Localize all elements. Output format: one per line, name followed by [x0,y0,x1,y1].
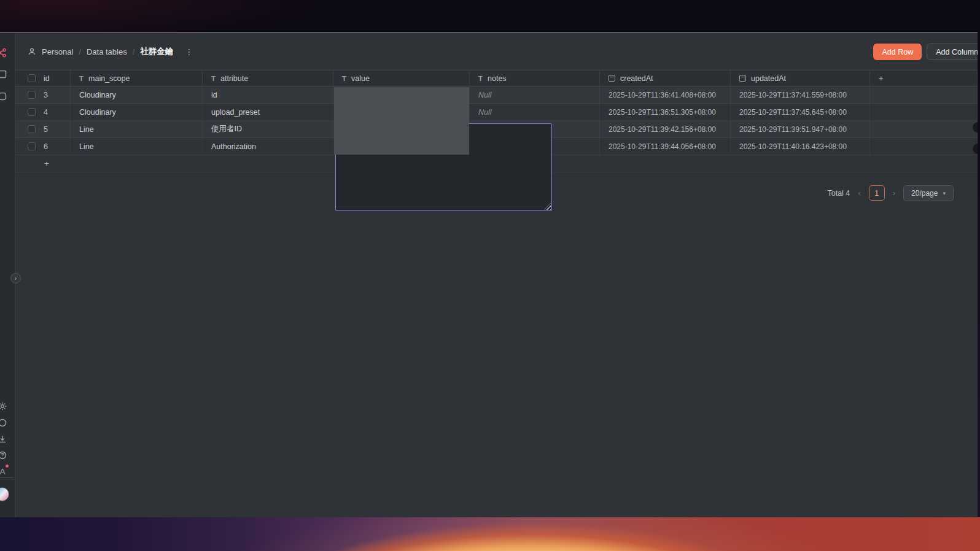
main-content: Personal / Data tables / 社群金鑰 ⋮ Add Row … [15,33,978,517]
current-page-button[interactable]: 1 [869,185,885,201]
redaction-overlay [334,87,469,155]
help-circle-icon[interactable] [0,449,9,462]
notification-dot [6,464,9,468]
table-menu-kebab-icon[interactable]: ⋮ [185,48,193,56]
cell-main-scope[interactable]: Line [71,138,203,155]
cell-attribute[interactable]: Authorization [203,138,333,155]
column-header-createdAt[interactable]: createdAt [600,71,731,86]
table-header: id T main_scope T attribute T value T no… [15,70,978,87]
cell-notes[interactable]: Null [470,87,600,103]
toolbar: Add Row Add Column [873,44,978,60]
pagination-total: Total 4 [827,189,850,198]
calendar-icon [609,75,615,82]
breadcrumb-root[interactable]: Personal [42,47,73,56]
text-type-icon: T [79,75,84,82]
text-type-icon: T [342,75,346,82]
table-row: 3 Cloudinary id Null 2025-10-29T11:36:41… [15,87,978,104]
cell-id[interactable]: 3 [15,87,71,103]
sidebar-divider [0,477,14,478]
column-header-attribute[interactable]: T attribute [203,71,333,86]
notifications-icon[interactable]: A [0,464,9,478]
text-type-icon: T [478,75,483,82]
breadcrumb-separator: / [79,47,81,56]
column-header-notes[interactable]: T notes [470,71,600,86]
cell-updatedAt[interactable]: 2025-10-29T11:37:41.559+08:00 [731,87,870,103]
cell-createdAt[interactable]: 2025-10-29T11:39:44.056+08:00 [600,138,731,155]
cell-id[interactable]: 5 [15,121,71,137]
cell-empty[interactable] [870,104,978,120]
row-checkbox[interactable] [28,108,36,116]
breadcrumb-section[interactable]: Data tables [87,47,127,56]
select-all-checkbox[interactable] [28,74,36,82]
desktop: { "breadcrumb": { "root": "Personal", "s… [0,0,980,551]
app-logo-nodes-icon[interactable] [0,46,9,60]
cell-empty[interactable] [870,87,978,103]
user-avatar[interactable] [0,487,9,501]
cell-createdAt[interactable]: 2025-10-29T11:39:42.156+08:00 [600,121,731,137]
frame-icon[interactable] [0,67,9,81]
cell-createdAt[interactable]: 2025-10-29T11:36:41.408+08:00 [600,87,731,103]
add-column-button[interactable]: Add Column [927,44,978,60]
top-bar: Personal / Data tables / 社群金鑰 ⋮ Add Row … [15,33,978,70]
breadcrumb-table-name[interactable]: 社群金鑰 [140,46,173,57]
status-circle-icon[interactable] [0,416,9,430]
column-header-id[interactable]: id [15,71,71,86]
cell-id[interactable]: 6 [15,138,71,155]
wallpaper-glow [0,517,980,551]
cell-attribute[interactable]: 使用者ID [203,121,333,137]
sidebar-expand-toggle[interactable]: › [10,273,21,283]
breadcrumb-separator: / [133,47,135,56]
app-window: A › Personal / Data tables / 社群金鑰 ⋮ Add … [0,32,978,517]
add-column-header-button[interactable]: + [870,71,978,86]
download-icon[interactable] [0,433,9,446]
resize-handle-icon[interactable] [544,203,551,210]
calendar-icon [739,75,746,82]
row-checkbox[interactable] [28,91,36,99]
cell-main-scope[interactable]: Line [71,121,203,137]
cell-main-scope[interactable]: Cloudinary [71,87,203,103]
user-icon [28,47,36,56]
plus-icon: + [44,159,49,168]
cell-empty[interactable] [870,121,978,137]
pagination: Total 4 ‹ 1 › 20/page ▾ [827,185,954,201]
cell-updatedAt[interactable]: 2025-10-29T11:40:16.423+08:00 [731,138,870,155]
apps-icon[interactable] [0,90,9,103]
settings-gear-icon[interactable] [0,399,9,413]
breadcrumb: Personal / Data tables / 社群金鑰 ⋮ [28,46,193,57]
column-header-updatedAt[interactable]: updatedAt [731,71,870,86]
cell-updatedAt[interactable]: 2025-10-29T11:39:51.947+08:00 [731,121,870,137]
cell-id[interactable]: 4 [15,104,71,120]
add-row-button[interactable]: Add Row [873,44,922,60]
next-page-icon[interactable]: › [893,188,895,198]
table-row: 4 Cloudinary upload_preset Null 2025-10-… [15,104,978,121]
row-checkbox[interactable] [28,142,36,150]
column-header-value[interactable]: T value [333,71,470,86]
cell-main-scope[interactable]: Cloudinary [71,104,203,120]
plus-icon: + [879,74,884,83]
cell-attribute[interactable]: id [203,87,333,103]
cell-empty[interactable] [870,138,978,155]
cell-createdAt[interactable]: 2025-10-29T11:36:51.305+08:00 [600,104,731,120]
row-checkbox[interactable] [28,125,36,133]
cell-attribute[interactable]: upload_preset [203,104,333,120]
column-header-main-scope[interactable]: T main_scope [71,71,203,86]
chevron-right-icon: › [15,276,17,282]
page-size-select[interactable]: 20/page ▾ [903,185,954,201]
prev-page-icon[interactable]: ‹ [858,188,860,198]
chevron-down-icon: ▾ [943,190,946,196]
cell-notes[interactable]: Null [470,104,600,120]
cell-updatedAt[interactable]: 2025-10-29T11:37:45.645+08:00 [731,104,870,120]
text-type-icon: T [211,75,216,82]
